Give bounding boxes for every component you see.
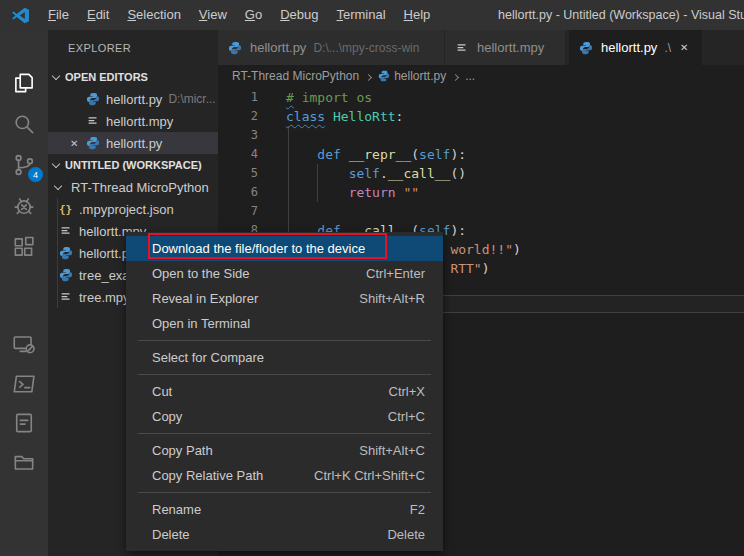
breadcrumb-item-rt-thread-micropython[interactable]: RT-Thread MicroPython [232,69,359,83]
menu-selection[interactable]: Selection [118,0,189,30]
menu-item-label: Open in Terminal [152,316,250,331]
context-menu: Download the file/floder to the deviceOp… [126,232,443,551]
open-editors-list: hellortt.pyD:\micr...hellortt.mpy✕hellor… [48,88,218,154]
search-icon [11,111,37,137]
file-label: hellortt.py [106,136,162,151]
menu-item-shortcut: Shift+Alt+C [359,443,425,458]
menu-item-open-to-the-side[interactable]: Open to the SideCtrl+Enter [126,261,443,286]
activity-explorer[interactable] [0,62,48,103]
code-line: 6 return "" [218,183,744,202]
menu-item-select-for-compare[interactable]: Select for Compare [126,345,443,370]
python-file-icon [59,268,75,282]
chevron-right-icon [452,73,459,80]
activity-extensions[interactable] [0,226,48,267]
breadcrumb[interactable]: RT-Thread MicroPythonhellortt.py... [218,65,744,87]
menu-separator [138,492,431,493]
menu-item-shortcut: Ctrl+K Ctrl+Shift+C [314,468,425,483]
menu-edit[interactable]: Edit [78,0,118,30]
activity-debug[interactable] [0,185,48,226]
mpy-file-icon [59,290,75,304]
tab-bar: hellortt.pyD:\...\mpy-cross-winhellortt.… [218,30,744,65]
python-file-icon [579,41,595,55]
open-editors-header[interactable]: OPEN EDITORS [48,66,218,88]
file-label: hellortt.py [106,92,162,107]
menu-item-open-in-terminal[interactable]: Open in Terminal [126,311,443,336]
menu-item-download-the-file-floder-to-the-device[interactable]: Download the file/floder to the device [126,236,443,261]
menu-file[interactable]: File [39,0,78,30]
menu-item-label: Download the file/floder to the device [152,241,365,256]
notebook-icon [11,410,37,436]
line-number: 2 [218,107,258,126]
tree-folder-rt-thread-micropython[interactable]: RT-Thread MicroPython [48,176,218,198]
terminal-icon [11,371,37,397]
tab-hellortt-py[interactable]: hellortt.pyD:\...\mpy-cross-win [218,30,445,65]
open-editor-item[interactable]: hellortt.pyD:\micr... [48,88,218,110]
tab-label: hellortt.mpy [477,40,544,55]
open-editor-item[interactable]: ✕hellortt.py [48,132,218,154]
workspace-header[interactable]: UNTITLED (WORKSPACE) [48,154,218,176]
menu-item-shortcut: Ctrl+X [389,384,425,399]
menu-debug[interactable]: Debug [271,0,327,30]
breadcrumb-label: ... [465,69,475,83]
line-number: 1 [218,88,258,107]
menu-item-delete[interactable]: DeleteDelete [126,522,443,547]
tab-detail: .\ [664,41,671,55]
python-file-icon [86,92,102,106]
tab-label: hellortt.py [601,40,657,55]
open-editor-item[interactable]: hellortt.mpy [48,110,218,132]
menu-item-copy-path[interactable]: Copy PathShift+Alt+C [126,438,443,463]
line-number: 7 [218,202,258,221]
mpy-file-icon [86,114,102,128]
activity-terminal[interactable] [0,363,48,404]
menu-item-label: Select for Compare [152,350,264,365]
menu-item-reveal-in-explorer[interactable]: Reveal in ExplorerShift+Alt+R [126,286,443,311]
tab-hellortt-py-active[interactable]: hellortt.py.\✕ [569,30,703,65]
line-number: 4 [218,145,258,164]
menu-item-label: Rename [152,502,201,517]
bug-icon [11,193,37,219]
files-icon [11,70,37,96]
code-text: return "" [286,183,419,202]
menu-item-cut[interactable]: CutCtrl+X [126,379,443,404]
menu-view[interactable]: View [190,0,236,30]
menu-item-label: Copy Path [152,443,213,458]
menu-item-label: Reveal in Explorer [152,291,258,306]
menu-item-label: Cut [152,384,172,399]
menu-item-shortcut: Ctrl+Enter [366,266,425,281]
activity-search[interactable] [0,103,48,144]
scm-badge: 4 [28,167,43,182]
tree-item-mpyproject-json[interactable]: {}.mpyproject.json [48,198,218,220]
menu-help[interactable]: Help [395,0,440,30]
tab-label: hellortt.py [250,40,306,55]
code-line: 1# import os [218,88,744,107]
breadcrumb-item-[interactable]: ... [465,69,475,83]
activity-source-control[interactable]: 4 [0,144,48,185]
file-label: hellortt.mpy [106,114,173,129]
tab-hellortt-mpy[interactable]: hellortt.mpy [445,30,566,65]
code-line: 4 def __repr__(self): [218,145,744,164]
activity-folders[interactable] [0,441,48,482]
activity-device-monitor[interactable] [0,323,48,364]
close-icon[interactable]: ✕ [680,42,688,53]
code-text: def __repr__(self): [286,145,466,164]
close-icon[interactable]: ✕ [70,138,86,149]
menu-terminal[interactable]: Terminal [327,0,394,30]
menu-separator [138,340,431,341]
menu-item-copy[interactable]: CopyCtrl+C [126,404,443,429]
code-line: 3 [218,126,744,145]
activity-bar: 4 [0,30,48,556]
python-file-icon [228,41,244,55]
activity-notebook[interactable] [0,402,48,443]
breadcrumb-label: RT-Thread MicroPython [232,69,359,83]
extensions-icon [11,234,37,260]
breadcrumb-label: hellortt.py [394,69,446,83]
menu-item-rename[interactable]: RenameF2 [126,497,443,522]
file-path: D:\micr... [168,92,215,106]
menu-go[interactable]: Go [236,0,271,30]
menu-item-copy-relative-path[interactable]: Copy Relative PathCtrl+K Ctrl+Shift+C [126,463,443,488]
breadcrumb-item-hellortt-py[interactable]: hellortt.py [378,69,446,83]
menu-item-label: Delete [152,527,190,542]
python-file-icon [59,246,75,260]
vscode-window: FileEditSelectionViewGoDebugTerminalHelp… [0,0,744,556]
menu-separator [138,433,431,434]
